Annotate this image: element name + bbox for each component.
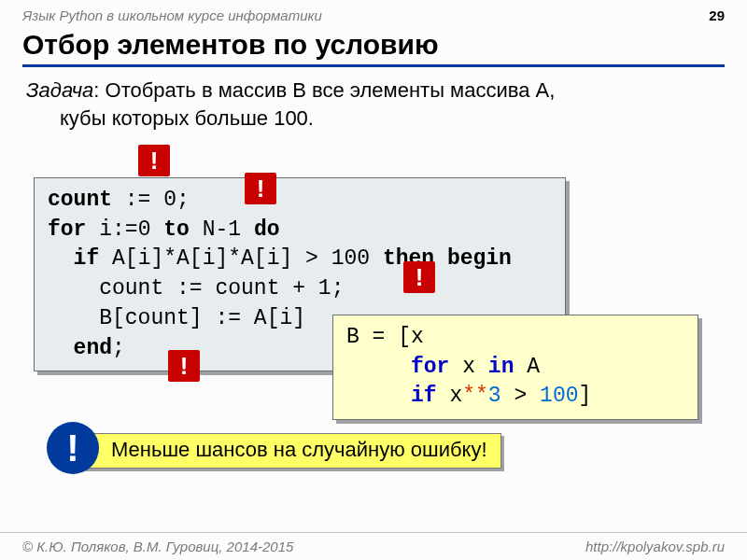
task-line1: : Отобрать в массив B все элементы масси… <box>93 78 555 102</box>
slide-header: Язык Python в школьном курсе информатики… <box>0 0 747 25</box>
task-label: Задача <box>26 78 93 102</box>
course-name: Язык Python в школьном курсе информатики <box>22 7 322 23</box>
note-icon: ! <box>47 422 99 474</box>
page-number: 29 <box>709 7 725 23</box>
task-text: Задача: Отобрать в массив B все элементы… <box>26 77 721 132</box>
code-python: B = [x for x in A if x**3 > 100] <box>332 315 698 420</box>
slide-title: Отбор элементов по условию <box>22 29 725 67</box>
alert-icon: ! <box>245 173 276 204</box>
slide-footer: © К.Ю. Поляков, В.М. Гуровиц, 2014-2015 … <box>0 532 747 560</box>
alert-icon: ! <box>403 261 435 293</box>
copyright: © К.Ю. Поляков, В.М. Гуровиц, 2014-2015 <box>22 539 293 554</box>
alert-icon: ! <box>168 350 200 382</box>
note-callout: ! Меньше шансов на случайную ошибку! <box>47 427 570 472</box>
footer-url: http://kpolyakov.spb.ru <box>585 539 725 554</box>
task-line2: кубы которых больше 100. <box>26 105 721 133</box>
note-text: Меньше шансов на случайную ошибку! <box>82 433 501 469</box>
alert-icon: ! <box>138 145 170 176</box>
